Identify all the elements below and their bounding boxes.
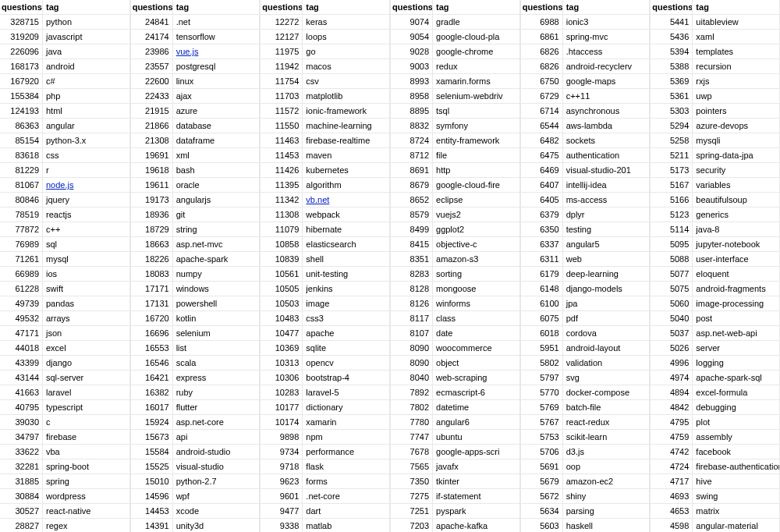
table-row: 5767react-redux [520,415,651,430]
questions-cell: 7802 [390,400,433,414]
tag-cell: visual-studio-201 [563,163,651,177]
tag-cell: mysql [43,252,130,266]
questions-cell: 8579 [390,207,433,222]
questions-cell: 167920 [0,74,43,88]
questions-cell: 11308 [260,207,303,222]
table-row: 10503image [260,296,390,311]
questions-cell: 16553 [130,341,173,355]
tag-link[interactable]: node.js [46,180,73,190]
table-row: 11426kubernetes [260,163,390,178]
questions-cell: 24174 [130,30,173,44]
tag-cell: angular [43,119,130,133]
table-row: 31885spring [0,474,130,489]
table-row: 6311web [520,252,651,267]
tag-cell: unit-testing [303,267,390,281]
questions-cell: 4894 [650,385,693,399]
table-row: 9601.net-core [260,489,390,504]
tag-cell: redux [433,59,520,73]
questions-cell: 10483 [260,311,303,325]
tag-cell: typescript [43,400,130,414]
tag-cell: xamarin.forms [433,74,520,88]
table-row: 24841.net [130,15,261,30]
table-row: 8691http [390,163,520,178]
questions-cell: 8090 [390,356,433,370]
tag-cell: entity-framework [433,133,520,147]
tag-cell: google-maps [563,74,651,88]
tag-cell: sql [43,237,130,251]
tag-cell: performance [303,445,390,459]
questions-cell: 5166 [650,193,693,207]
tag-cell: pyspark [433,504,520,518]
questions-cell: 15525 [130,459,173,473]
table-row: 10561unit-testing [260,267,390,282]
tag-cell: ajax [173,89,261,103]
column-group: questionstag328715python319209javascript… [0,0,130,532]
questions-cell: 86363 [0,119,43,133]
questions-cell: 5767 [520,415,563,429]
tag-cell: reactjs [43,207,130,222]
tag-cell: list [173,341,261,355]
table-row: 8579vuejs2 [390,207,520,222]
table-row: 76989sql [0,237,130,252]
header-questions: questions [520,0,563,14]
table-row: 6826.htaccess [520,44,651,59]
column-group: questionstag9074gradle9054google-cloud-p… [390,0,520,532]
table-row: 23986vue.js [130,44,261,59]
questions-cell: 5258 [650,133,693,147]
questions-cell: 66989 [0,267,43,281]
questions-cell: 11426 [260,163,303,177]
tag-link[interactable]: vb.net [306,195,329,204]
tag-cell: flask [303,459,390,473]
table-row: 124193html [0,104,130,119]
table-row: 8712file [390,148,520,163]
questions-cell: 17171 [130,282,173,296]
questions-cell: 11703 [260,89,303,103]
column-group: questionstag5441uitableview5436xaml5394t… [650,0,780,532]
tag-cell: facebook [693,445,780,459]
questions-cell: 168173 [0,59,43,73]
tag-cell: python [43,15,130,29]
table-row: 34797firebase [0,430,130,445]
header-row: questionstag [390,0,520,15]
tag-cell: google-apps-scri [433,445,520,459]
header-questions: questions [130,0,173,14]
questions-cell: 23986 [130,44,173,59]
table-row: 8993xamarin.forms [390,74,520,89]
questions-cell: 5173 [650,163,693,177]
tag-cell: validation [563,356,651,370]
questions-cell: 16720 [130,311,173,325]
table-row: 47171json [0,326,130,341]
table-row: 328715python [0,15,130,30]
table-row: 5634parsing [520,504,651,519]
questions-cell: 8040 [390,371,433,385]
table-row: 11395algorithm [260,178,390,193]
table-row: 8126winforms [390,296,520,311]
questions-cell: 15673 [130,430,173,444]
table-row: 77872c++ [0,222,130,237]
table-row: 8724entity-framework [390,133,520,148]
table-row: 5691oop [520,459,651,474]
tag-cell: python-2.7 [173,474,261,488]
tag-cell: xcode [173,504,261,518]
tag-cell: spring-data-jpa [693,148,780,162]
tag-cell: date [433,326,520,340]
table-row: 43399django [0,356,130,371]
table-row: 71261mysql [0,252,130,267]
tag-cell: haskell [563,519,651,532]
questions-cell: 9003 [390,59,433,73]
questions-cell: 8351 [390,252,433,266]
table-row: 6826android-recyclerv [520,59,651,74]
questions-cell: 4653 [650,504,693,518]
table-row: 5603haskell [520,519,651,532]
questions-cell: 5441 [650,15,693,29]
tag-cell: css3 [303,311,390,325]
questions-cell: 5361 [650,89,693,103]
table-row: 7678google-apps-scri [390,445,520,459]
table-row: 18936git [130,207,261,222]
header-questions: questions [650,0,693,14]
tag-link[interactable]: vue.js [176,47,199,56]
table-row: 28827regex [0,519,130,532]
questions-cell: 5075 [650,282,693,296]
tag-cell: node.js [43,178,130,192]
tag-cell: visual-studio [173,459,261,473]
